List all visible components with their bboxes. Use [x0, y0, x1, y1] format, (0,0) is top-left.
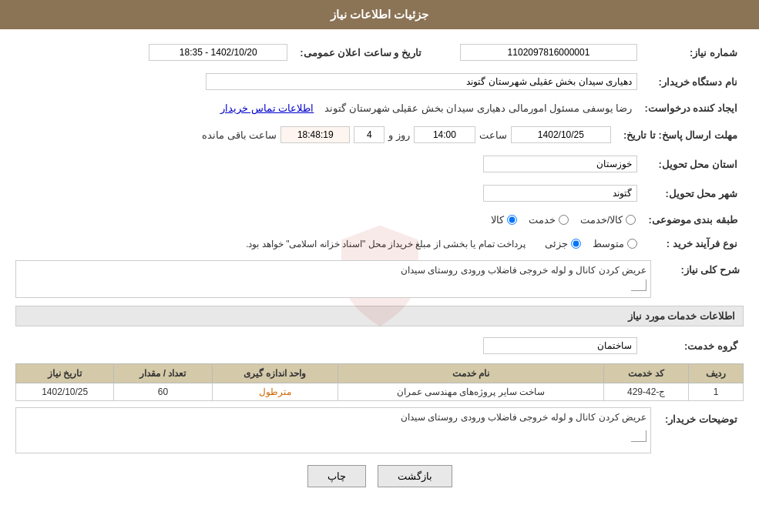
col-name: نام خدمت	[338, 364, 604, 383]
ostan-input[interactable]	[483, 156, 637, 172]
cell-name: ساخت سایر پروژه‌های مهندسی عمران	[338, 383, 604, 401]
radio-kala-khedmat[interactable]: کالا/خدمت	[580, 214, 636, 226]
page-title: جزئیات اطلاعات نیاز	[331, 8, 428, 21]
radio-kala[interactable]: کالا	[491, 214, 517, 226]
mohlat-baghimande-label: ساعت باقی مانده	[202, 129, 277, 141]
services-table: ردیف کد خدمت نام خدمت واحد اندازه گیری ت…	[15, 363, 744, 401]
radio-khedmat-input[interactable]	[559, 215, 569, 225]
tarikh-saat-label: تاریخ و ساعت اعلان عمومی:	[294, 41, 428, 64]
mohlat-label: مهلت ارسال پاسخ: تا تاریخ:	[617, 123, 744, 146]
radio-kala-khedmat-label: کالا/خدمت	[580, 214, 623, 226]
radio-motosat-label: متوسط	[593, 238, 624, 249]
cell-tedad: 60	[114, 383, 212, 401]
radio-jozyi-label: جزئی	[545, 238, 568, 249]
shomara-niaz-label: شماره نیاز:	[643, 41, 744, 64]
cell-kod: ج-42-429	[604, 383, 689, 401]
ostan-label: استان محل تحویل:	[643, 152, 744, 176]
buyer-desc-text: عریض کردن کانال و لوله خروجی فاضلاب ورود…	[401, 412, 646, 423]
services-section-title: اطلاعات خدمات مورد نیاز	[15, 306, 744, 326]
radio-kala-input[interactable]	[507, 215, 517, 225]
page-header: جزئیات اطلاعات نیاز	[0, 0, 759, 29]
col-radif: ردیف	[688, 364, 743, 383]
tabaghe-label: طبقه بندی موضوعی:	[642, 211, 744, 229]
nam-dastgah-label: نام دستگاه خریدار:	[643, 70, 744, 93]
gorooh-khedmat-label: گروه خدمت:	[643, 334, 744, 357]
services-title-text: اطلاعات خدمات مورد نیاز	[628, 310, 735, 322]
gorooh-khedmat-input[interactable]	[483, 337, 637, 354]
tarikh-saat-input[interactable]	[149, 44, 287, 61]
radio-motosat[interactable]: متوسط	[593, 238, 637, 249]
radio-motosat-input[interactable]	[627, 239, 637, 249]
mohlat-countdown-input	[280, 126, 350, 143]
cell-vahed: مترطول	[212, 383, 338, 401]
mohlat-date-input[interactable]	[511, 126, 611, 143]
shahr-label: شهر محل تحویل:	[643, 182, 744, 205]
col-vahed: واحد اندازه گیری	[212, 364, 338, 383]
sharh-koli-label: شرح کلی نیاز:	[651, 260, 744, 279]
ijad-konande-value: رضا یوسفی مسئول امورمالی دهیاری سیدان بخ…	[324, 102, 633, 114]
mohlat-saat-label: ساعت	[479, 129, 507, 141]
col-tarikh: تاریخ نیاز	[16, 364, 114, 383]
mohlat-rooz-input[interactable]	[354, 126, 385, 143]
cell-tarikh: 1402/10/25	[16, 383, 114, 401]
col-kod: کد خدمت	[604, 364, 689, 383]
sharh-koli-display: عریض کردن کانال و لوله خروجی فاضلاب ورود…	[15, 260, 651, 298]
radio-kala-label: کالا	[491, 214, 504, 226]
buyer-desc-label: توضیحات خریدار:	[651, 407, 744, 431]
ijad-konande-label: ایجاد کننده درخواست:	[638, 99, 744, 117]
cell-radif: 1	[688, 383, 743, 401]
radio-kala-khedmat-input[interactable]	[626, 215, 636, 225]
radio-jozyi-input[interactable]	[571, 239, 581, 249]
nam-dastgah-input[interactable]	[206, 73, 637, 90]
purchase-note: پرداخت تمام یا بخشی از مبلغ خریداز محل "…	[246, 239, 526, 249]
sharh-koli-text: عریض کردن کانال و لوله خروجی فاضلاب ورود…	[401, 265, 646, 276]
print-button[interactable]: چاپ	[307, 465, 366, 487]
radio-khedmat-label: خدمت	[529, 214, 556, 226]
mohlat-rooz-label: روز و	[388, 129, 410, 141]
table-row: 1 ج-42-429 ساخت سایر پروژه‌های مهندسی عم…	[16, 383, 744, 401]
back-button[interactable]: بازگشت	[378, 465, 452, 487]
radio-jozyi[interactable]: جزئی	[545, 238, 581, 249]
radio-khedmat[interactable]: خدمت	[529, 214, 569, 226]
buttons-row: بازگشت چاپ	[15, 465, 744, 487]
mohlat-saat-input[interactable]	[414, 126, 475, 143]
etelaat-tamas-link[interactable]: اطلاعات تماس خریدار	[220, 102, 314, 114]
nooe-farayand-label: نوع فرآیند خرید :	[643, 235, 744, 253]
col-tedad: تعداد / مقدار	[114, 364, 212, 383]
shomara-niaz-input[interactable]	[460, 44, 637, 61]
shahr-input[interactable]	[483, 185, 637, 202]
